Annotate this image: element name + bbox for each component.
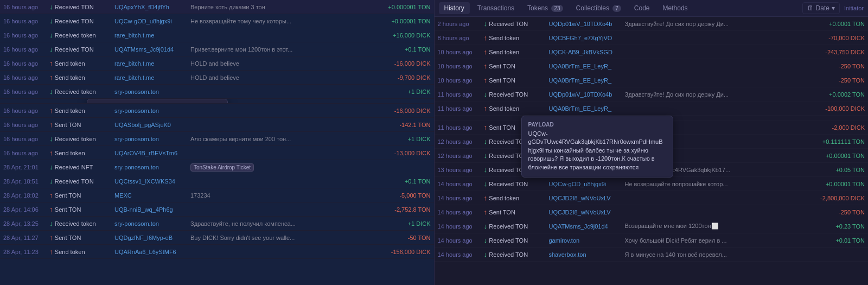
table-row[interactable]: 16 hours ago↓ Received TONUQApxYhX_fD4jf…	[0, 0, 434, 14]
table-row[interactable]: 12 hours ago↓ Received TONUQC6rldr_GRzzN…	[435, 135, 869, 149]
transaction-message: Здравствуйте! До сих пор держу Ди...	[622, 17, 809, 31]
table-row[interactable]: 14 hours ago↑ Send tokenUQCJD2I8_wNVoUxL…	[435, 191, 869, 205]
arrow-in-icon: ↓	[484, 180, 488, 188]
table-row[interactable]: 12 hours ago↓ Received TONUQDp01wV_10TDX…	[435, 149, 869, 163]
table-row[interactable]: 16 hours ago↑ Sent TONUQASbofj_pgASjuK0-…	[0, 118, 434, 132]
transaction-address[interactable]: sry-ponosom.ton	[111, 217, 187, 231]
table-row[interactable]: 14 hours ago↓ Received TONgamirov.tonХоч…	[435, 233, 869, 248]
transaction-address[interactable]: shaverbox.ton	[546, 248, 622, 262]
tab-code[interactable]: Code	[629, 2, 655, 14]
transaction-address[interactable]: UQA0BrTm_EE_LeyR_	[546, 102, 622, 116]
tab-transactions[interactable]: Transactions	[472, 2, 520, 14]
type-label: Received TON	[489, 167, 528, 173]
table-row[interactable]: 28 Apr, 18:02↑ Sent TONMEXC173234-5,000 …	[0, 188, 434, 202]
transaction-amount: +0.00001 TON	[808, 149, 868, 163]
table-row[interactable]: 11 hours ago↑ Send tokenUQA0BrTm_EE_LeyR…	[435, 102, 869, 116]
transaction-amount: +1 DICK	[374, 217, 434, 231]
type-label: Received TON	[489, 21, 528, 27]
arrow-in-icon: ↓	[484, 166, 488, 174]
transaction-address[interactable]: sry-ponosom.ton	[111, 104, 187, 118]
table-row[interactable]: 28 Apr, 18:51↓ Received TONUQCtssv1_IXCW…	[0, 174, 434, 188]
transaction-address[interactable]: UQDp01wV_10TDXo4b	[546, 17, 622, 31]
transaction-address[interactable]: rare_bitch.t.me	[111, 56, 187, 71]
transaction-address[interactable]: UQCJD2I8_wNVoUxLV	[546, 191, 622, 205]
transaction-address[interactable]: UQCK-AB9_JkBVkSGD	[546, 121, 622, 135]
tab-history[interactable]: History	[439, 2, 470, 14]
table-row[interactable]: 28 Apr, 21:01↓ Received NFTsry-ponosom.t…	[0, 160, 434, 174]
table-row[interactable]: 14 hours ago↓ Received TONUQCw-gOD_u8hjg…	[435, 177, 869, 191]
transaction-message: Возвращайте мне мои 1200тон⬜	[622, 219, 809, 233]
transaction-address[interactable]: UQApxYhX_fD4jflYh	[111, 0, 187, 14]
transaction-address[interactable]: UQCtssv1_IXCWKS34	[111, 174, 187, 188]
transaction-amount: -2,800,000 DICK	[808, 191, 868, 205]
transaction-amount: +1 DICK	[374, 85, 434, 99]
table-row[interactable]: 16 hours ago↓ Received tokenrare_bitch.t…	[0, 28, 434, 42]
arrow-in-icon: ↓	[484, 90, 488, 98]
table-row[interactable]: 28 Apr, 14:06↑ Sent TONUQB-nniB_wq_4Ph6g…	[0, 202, 434, 217]
table-row[interactable]: 16 hours ago↓ Received TONUQCw-gOD_u8hjg…	[0, 14, 434, 28]
transaction-message: HOLD and believe	[187, 71, 374, 85]
transaction-amount: -2,000 DICK	[808, 121, 868, 135]
transaction-address[interactable]: UQC6rldr_GRzzNi5x	[546, 135, 622, 149]
transaction-address[interactable]: UQATMsms_Jc9j01d4	[546, 219, 622, 233]
transaction-address[interactable]: UQArOV4B_rBEVsTm6	[111, 146, 187, 160]
table-row[interactable]: 14 hours ago↑ Sent TONUQCJD2I8_wNVoUxLV-…	[435, 205, 869, 219]
right-table-container[interactable]: 2 hours ago↓ Received TONUQDp01wV_10TDXo…	[435, 17, 869, 285]
transaction-address[interactable]: UQARnAa6_L6yStMF6	[111, 245, 187, 259]
transaction-address[interactable]: MEXC	[111, 188, 187, 202]
table-row[interactable]: 13 hours ago↓ Received TONUQATMsms_Jc9j0…	[435, 163, 869, 177]
table-row[interactable]: 14 hours ago↓ Received TONshaverbox.tonЯ…	[435, 248, 869, 262]
table-row[interactable]: 8 hours ago↑ Send tokenUQCBFGh7_e7XgYjVO…	[435, 31, 869, 45]
table-row[interactable]: 2 hours ago↓ Received TONUQDp01wV_10TDXo…	[435, 17, 869, 31]
table-row[interactable]: 16 hours ago↑ Send tokenrare_bitch.t.meH…	[0, 71, 434, 85]
transaction-address[interactable]: UQCw-gOD_u8hjgx9i	[546, 177, 622, 191]
tab-collectibles[interactable]: Collectibles 7	[571, 2, 627, 14]
table-row[interactable]: 11 hours ago↑ Sent TONUQCK-AB9_JkBVkSGD-…	[435, 121, 869, 135]
transaction-address[interactable]: sry-ponosom.ton	[111, 85, 187, 99]
transaction-amount: +0.00001 TON	[808, 177, 868, 191]
table-row[interactable]: 28 Apr, 11:27↑ Sent TONUQDgzfNF_I6Myp-eB…	[0, 231, 434, 245]
transaction-address[interactable]: UQASbofj_pgASjuK0	[111, 118, 187, 132]
left-table-container[interactable]: 16 hours ago↓ Received TONUQApxYhX_fD4jf…	[0, 0, 434, 285]
table-row[interactable]: 16 hours ago↓ Received TONUQATMsms_Jc9j0…	[0, 42, 434, 56]
transaction-address[interactable]: gamirov.ton	[546, 233, 622, 248]
tab-tokens[interactable]: Tokens 23	[522, 2, 568, 14]
transaction-address[interactable]: sry-ponosom.ton	[111, 132, 187, 146]
table-row[interactable]: 16 hours ago↓ Received tokensry-ponosom.…	[0, 85, 434, 99]
transaction-message: HOLD and believe	[187, 56, 374, 71]
transaction-address[interactable]: UQA0BrTm_EE_LeyR_	[546, 59, 622, 73]
table-row[interactable]: 16 hours ago↓ Received tokensry-ponosom.…	[0, 132, 434, 146]
transaction-address[interactable]: UQATMsms_Jc9j01d4	[111, 42, 187, 56]
transaction-address[interactable]: UQB-nniB_wq_4Ph6g	[111, 202, 187, 217]
transaction-address[interactable]: UQDgzfNF_I6Myp-eB	[111, 231, 187, 245]
table-row[interactable]: 28 Apr, 11:23↑ Send tokenUQARnAa6_L6yStM…	[0, 245, 434, 259]
table-row[interactable]: 16 hours ago↑ Send tokenrare_bitch.t.meH…	[0, 56, 434, 71]
transaction-address[interactable]: UQCw-gOD_u8hjgx9i	[111, 14, 187, 28]
table-row[interactable]: 10 hours ago↑ Sent TONUQA0BrTm_EE_LeyR_-…	[435, 59, 869, 73]
payload-popup: payloadUQCw-gGDvTUwc4RVGak3qbkjKb17RNr0o…	[521, 116, 673, 121]
tab-methods[interactable]: Methods	[658, 2, 693, 14]
table-row[interactable]: 10 hours ago↑ Send tokenUQCK-AB9_JkBVkSG…	[435, 45, 869, 59]
transaction-address[interactable]: rare_bitch.t.me	[111, 71, 187, 85]
transaction-address[interactable]: UQCJD2I8_wNVoUxLV	[546, 205, 622, 219]
transaction-time: 12 hours ago	[435, 149, 481, 163]
transaction-time: 16 hours ago	[0, 28, 46, 42]
table-row[interactable]: 16 hours ago↑ Send tokenUQArOV4B_rBEVsTm…	[0, 146, 434, 160]
transaction-address[interactable]: sry-ponosom.ton	[111, 160, 187, 174]
table-row[interactable]: 14 hours ago↓ Received TONUQATMsms_Jc9j0…	[435, 219, 869, 233]
transaction-address[interactable]: UQCBFGh7_e7XgYjVO	[546, 31, 622, 45]
transaction-address[interactable]: UQDp01wV_10TDXo4b	[546, 87, 622, 102]
table-row[interactable]: 11 hours ago↓ Received TONUQDp01wV_10TDX…	[435, 87, 869, 102]
date-filter-button[interactable]: 🗓 Date ▾	[802, 2, 840, 14]
transaction-address[interactable]: UQATMsms_Jc9j01d4	[546, 163, 622, 177]
table-row[interactable]: 28 Apr, 13:25↓ Received tokensry-ponosom…	[0, 217, 434, 231]
transaction-address[interactable]: rare_bitch.t.me	[111, 28, 187, 42]
transaction-address[interactable]: UQA0BrTm_EE_LeyR_	[546, 73, 622, 87]
transaction-amount: -16,000 DICK	[374, 56, 434, 71]
transaction-address[interactable]: UQCK-AB9_JkBVkSGD	[546, 45, 622, 59]
transaction-time: 13 hours ago	[435, 163, 481, 177]
transaction-address[interactable]: UQDp01wV_10TDXo4b	[546, 149, 622, 163]
table-row[interactable]: 10 hours ago↑ Sent TONUQA0BrTm_EE_LeyR_-…	[435, 73, 869, 87]
transaction-type: ↓ Received TON	[481, 135, 546, 149]
table-row[interactable]: 16 hours ago↑ Send tokensry-ponosom.ton-…	[0, 104, 434, 118]
